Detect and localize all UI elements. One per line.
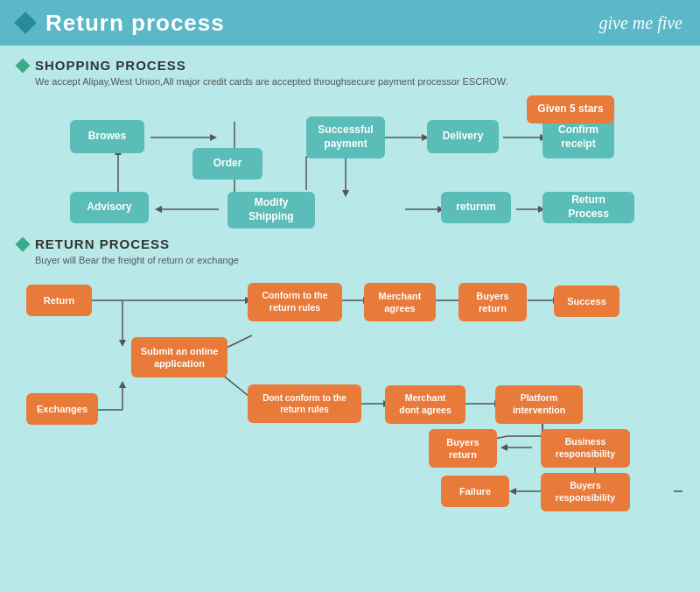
return-process-box: Return Process bbox=[542, 192, 634, 223]
order-box: Order bbox=[192, 148, 262, 180]
advisory-box: Advisory bbox=[70, 192, 149, 223]
return-section-desc: Buyer will Bear the freight of return or… bbox=[18, 255, 682, 265]
platform-intervention-box: Platform intervention bbox=[495, 385, 583, 424]
buyers-return-2-box: Buyers return bbox=[429, 429, 497, 468]
page-header: Return process give me five bbox=[0, 0, 700, 46]
svg-marker-5 bbox=[155, 206, 162, 213]
failure-box: Failure bbox=[441, 476, 509, 507]
business-responsibility-box: Business responsibility bbox=[541, 429, 630, 468]
successful-payment-box: Successful payment bbox=[306, 116, 385, 159]
returnm-box: returnm bbox=[441, 192, 511, 223]
modify-shipping-box: Modify Shipping bbox=[228, 192, 315, 229]
dont-conform-return-rules-box: Dont conform to the return rules bbox=[248, 384, 361, 423]
return-section-title: RETURN PROCESS bbox=[35, 236, 170, 251]
buyers-responsibility-box: Buyers responsibility bbox=[541, 473, 630, 511]
delivery-box: Delivery bbox=[427, 120, 499, 153]
svg-marker-24 bbox=[119, 340, 126, 347]
merchant-dont-agrees-box: Merchant dont agrees bbox=[385, 385, 466, 424]
page-title: Return process bbox=[46, 10, 225, 37]
svg-marker-19 bbox=[342, 190, 349, 197]
exchanges-box: Exchanges bbox=[26, 393, 98, 425]
given-5-stars-box: Given 5 stars bbox=[527, 95, 614, 123]
header-diamond-icon bbox=[14, 11, 36, 33]
return-section-header: RETURN PROCESS bbox=[18, 236, 682, 251]
svg-marker-41 bbox=[500, 444, 508, 451]
section-diamond-icon bbox=[16, 58, 31, 73]
svg-marker-1 bbox=[210, 134, 217, 141]
return-section-diamond-icon bbox=[16, 236, 31, 251]
svg-marker-47 bbox=[119, 381, 126, 388]
conform-return-rules-box: Conform to the return rules bbox=[248, 283, 342, 321]
return-diagram: Return Exchanges Submit an online applic… bbox=[18, 274, 682, 519]
merchant-agrees-box: Merchant agrees bbox=[364, 283, 436, 321]
shopping-diagram: Browes Order Advisory Modify Shipping Su… bbox=[18, 95, 682, 231]
svg-marker-44 bbox=[509, 488, 516, 495]
return-box: Return bbox=[26, 285, 92, 316]
submit-online-box: Submit an online application bbox=[131, 337, 228, 377]
main-content: SHOPPING PROCESS We accept Alipay,West U… bbox=[0, 46, 700, 532]
shopping-section-header: SHOPPING PROCESS bbox=[18, 58, 682, 73]
browes-box: Browes bbox=[70, 120, 144, 153]
brand-logo: give me five bbox=[599, 13, 683, 33]
shopping-section-desc: We accept Alipay,West Union,All major cr… bbox=[18, 76, 682, 87]
buyers-return-1-box: Buyers return bbox=[458, 283, 527, 321]
shopping-section-title: SHOPPING PROCESS bbox=[35, 58, 186, 73]
success-box: Success bbox=[554, 285, 620, 317]
